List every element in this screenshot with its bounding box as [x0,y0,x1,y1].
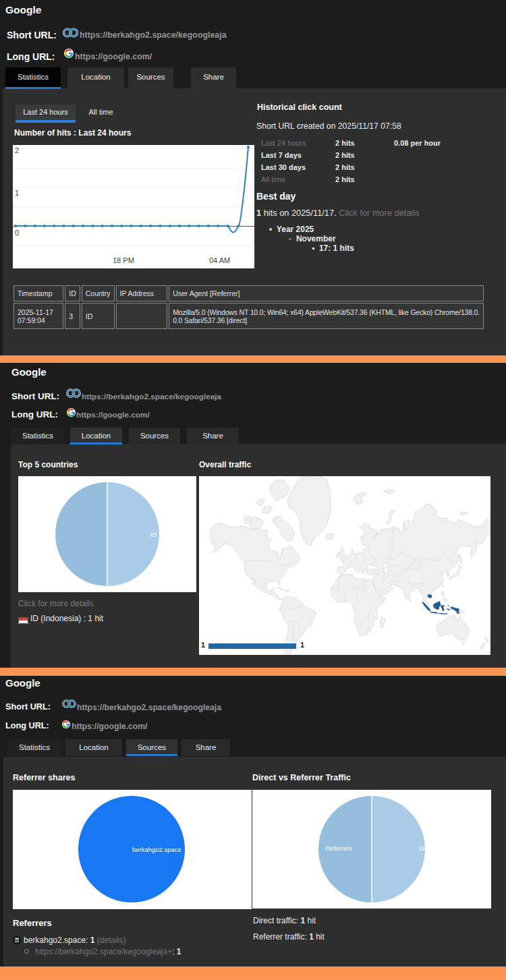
svg-text:Di: Di [419,844,425,852]
svg-text:1: 1 [15,189,19,197]
svg-text:berkahgo2.space: berkahgo2.space [132,846,181,853]
svg-text:2: 2 [15,146,19,154]
svg-text:B: B [15,938,19,944]
svg-text:04 AM: 04 AM [209,256,230,264]
svg-text:ID: ID [150,531,157,538]
svg-text:Referrers: Referrers [325,844,352,852]
svg-text:18 PM: 18 PM [113,256,134,264]
svg-text:0: 0 [15,229,19,237]
